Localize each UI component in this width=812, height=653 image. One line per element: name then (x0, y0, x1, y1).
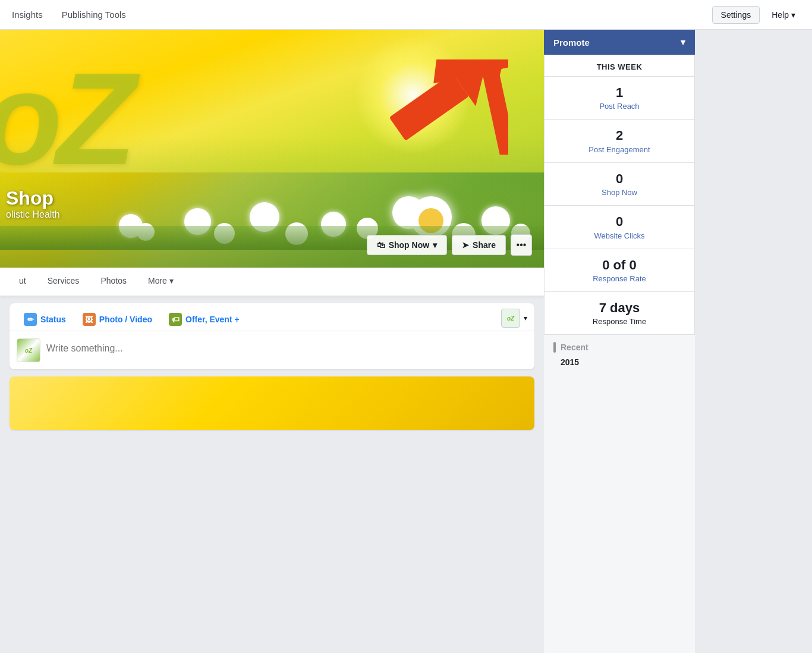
promote-label: Promote (553, 37, 590, 48)
status-label: Status (40, 315, 66, 324)
this-week-section: THIS WEEK 1 Post Reach 2 Post Engagement… (544, 55, 695, 335)
composer-tabs: ✏ Status 🖼 Photo / Video 🏷 Offer, Event … (10, 303, 534, 331)
shop-now-number: 0 (554, 171, 685, 187)
post-reach-label[interactable]: Post Reach (554, 102, 685, 111)
help-label: Help (772, 10, 789, 20)
more-dots-button[interactable]: ••• (511, 234, 532, 256)
post-engagement-label[interactable]: Post Engagement (554, 145, 685, 154)
promote-button[interactable]: Promote ▾ (544, 30, 695, 55)
shop-subtitle: olistic Health (6, 209, 60, 220)
composer-tab-status[interactable]: ✏ Status (17, 308, 73, 331)
settings-button[interactable]: Settings (712, 6, 760, 24)
more-dots-icon: ••• (517, 240, 527, 250)
recent-header: Recent (553, 342, 685, 353)
shop-now-stat-label[interactable]: Shop Now (554, 188, 685, 197)
response-rate-number: 0 of 0 (554, 258, 685, 273)
top-nav-left: Insights Publishing Tools (10, 1, 712, 28)
stat-post-engagement: 2 Post Engagement (545, 120, 694, 162)
offer-label: Offer, Event + (185, 315, 240, 324)
main-layout: oZ (0, 30, 812, 653)
right-sidebar: Promote ▾ THIS WEEK 1 Post Reach 2 Post … (544, 30, 695, 653)
tab-more-dropdown-icon: ▾ (169, 276, 174, 285)
shop-now-label: Shop Now (389, 240, 429, 250)
composer-tab-photo[interactable]: 🖼 Photo / Video (75, 308, 159, 331)
share-label: Share (473, 240, 496, 250)
svg-rect-3 (389, 73, 469, 141)
stat-response-rate: 0 of 0 Response Rate (545, 249, 694, 292)
cover-shop-text: Shop olistic Health (6, 187, 60, 220)
composer-dropdown-icon[interactable]: ▾ (524, 314, 527, 322)
stat-post-reach: 1 Post Reach (545, 77, 694, 120)
status-icon: ✏ (24, 313, 37, 326)
cover-actions: 🛍 Shop Now ▾ ➤ Share ••• (367, 234, 532, 256)
composer-input-area: oZ (10, 331, 534, 369)
stat-response-time: 7 days Response Time (545, 292, 694, 334)
shop-bag-icon: 🛍 (377, 240, 385, 250)
post-reach-number: 1 (554, 85, 685, 101)
composer-tab-offer[interactable]: 🏷 Offer, Event + (162, 308, 247, 331)
stat-shop-now: 0 Shop Now (545, 163, 694, 206)
share-icon: ➤ (462, 240, 469, 250)
website-clicks-number: 0 (554, 214, 685, 230)
shop-now-dropdown-icon: ▾ (433, 240, 437, 250)
tab-services-label: Services (48, 276, 80, 285)
recent-section: Recent 2015 (544, 335, 695, 374)
tab-about-label: ut (19, 276, 26, 285)
top-navigation: Insights Publishing Tools Settings Help … (0, 0, 812, 30)
this-week-header: THIS WEEK (545, 55, 694, 77)
nav-insights[interactable]: Insights (10, 1, 45, 28)
help-dropdown-icon: ▾ (791, 10, 795, 20)
response-time-label: Response Time (554, 317, 685, 326)
recent-bar-indicator (553, 342, 556, 353)
help-button[interactable]: Help ▾ (764, 7, 802, 23)
tab-photos[interactable]: Photos (91, 269, 136, 294)
page-tabs: ut Services Photos More ▾ (0, 268, 544, 296)
oz-mini-logo: oZ (507, 315, 514, 322)
response-time-number: 7 days (554, 300, 685, 316)
post-engagement-number: 2 (554, 128, 685, 143)
tab-more-label: More (148, 276, 167, 285)
offer-icon: 🏷 (169, 313, 182, 326)
website-clicks-label[interactable]: Website Clicks (554, 231, 685, 240)
shop-name: Shop (6, 187, 60, 209)
photo-label: Photo / Video (99, 315, 152, 324)
response-rate-label[interactable]: Response Rate (554, 274, 685, 283)
cover-photo: oZ (0, 30, 544, 268)
recent-year: 2015 (553, 357, 685, 367)
post-composer: ✏ Status 🖼 Photo / Video 🏷 Offer, Event … (10, 303, 534, 369)
shop-now-button[interactable]: 🛍 Shop Now ▾ (367, 235, 447, 255)
composer-right: oZ ▾ (501, 309, 527, 330)
nav-publishing-tools[interactable]: Publishing Tools (59, 1, 128, 28)
content-area: oZ (0, 30, 544, 653)
share-button[interactable]: ➤ Share (452, 235, 506, 255)
cover-arrow (360, 54, 514, 172)
promote-dropdown-icon: ▾ (681, 37, 685, 48)
tab-more[interactable]: More ▾ (139, 269, 183, 294)
tab-photos-label: Photos (100, 276, 127, 285)
tab-about[interactable]: ut (10, 269, 36, 294)
tab-services[interactable]: Services (38, 269, 89, 294)
composer-text-field[interactable] (46, 338, 527, 359)
stat-website-clicks: 0 Website Clicks (545, 206, 694, 249)
sunshine-bottom-strip (10, 376, 534, 430)
composer-avatar: oZ (17, 338, 40, 362)
photo-icon: 🖼 (83, 313, 96, 326)
top-nav-right: Settings Help ▾ (712, 6, 802, 24)
recent-label: Recent (561, 343, 588, 352)
